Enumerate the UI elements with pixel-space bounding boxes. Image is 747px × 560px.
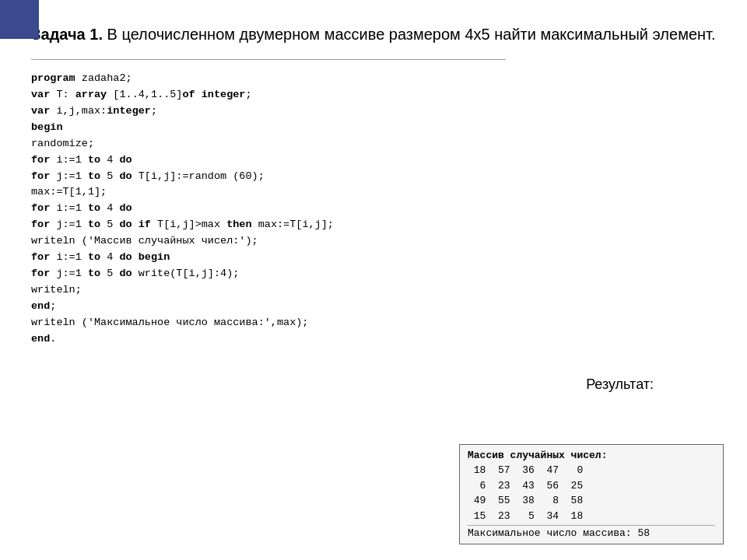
page-title: Задача 1. В целочисленном двумерном масс… [31, 23, 716, 45]
code-line-16: writeln ('Максимальное число массива:',m… [31, 315, 498, 331]
corner-accent [0, 0, 39, 39]
result-footer: Максимальное число массива: 58 [468, 525, 715, 539]
code-line-9: for i:=1 to 4 do [31, 201, 498, 217]
title-prefix: Задача 1. [31, 26, 103, 43]
code-line-12: for i:=1 to 4 do begin [31, 250, 498, 266]
result-box: Массив случайных чисел: 18 57 36 47 0 6 … [459, 444, 724, 544]
code-line-6: for i:=1 to 4 do [31, 152, 498, 169]
divider [31, 59, 506, 60]
code-line-4: begin [31, 120, 498, 136]
code-line-5: randomize; [31, 136, 498, 152]
code-line-2: var T: array [1..4,1..5]of integer; [31, 87, 498, 103]
result-row-2: 6 23 43 56 25 [468, 478, 715, 494]
code-line-8: max:=T[1,1]; [31, 184, 498, 201]
code-line-7: for j:=1 to 5 do T[i,j]:=random (60); [31, 169, 498, 185]
result-row-3: 49 55 38 8 58 [468, 493, 715, 509]
code-line-10: for j:=1 to 5 do if T[i,j]>max then max:… [31, 217, 498, 233]
result-label: Результат: [586, 376, 654, 393]
result-title: Массив случайных чисел: [468, 450, 715, 461]
code-line-3: var i,j,max:integer; [31, 103, 498, 120]
result-row-1: 18 57 36 47 0 [468, 463, 715, 478]
code-line-14: writeln; [31, 282, 498, 299]
result-row-4: 15 23 5 34 18 [468, 509, 715, 524]
title-text: В целочисленном двумерном массиве размер… [103, 26, 716, 43]
code-block: program zadaha2; var T: array [1..4,1..5… [31, 71, 498, 348]
code-line-17: end. [31, 331, 498, 348]
code-line-1: program zadaha2; [31, 71, 498, 87]
code-line-15: end; [31, 299, 498, 315]
code-line-11: writeln ('Массив случайных чисел:'); [31, 233, 498, 250]
page: Задача 1. В целочисленном двумерном масс… [0, 0, 747, 560]
code-line-13: for j:=1 to 5 do write(T[i,j]:4); [31, 266, 498, 282]
